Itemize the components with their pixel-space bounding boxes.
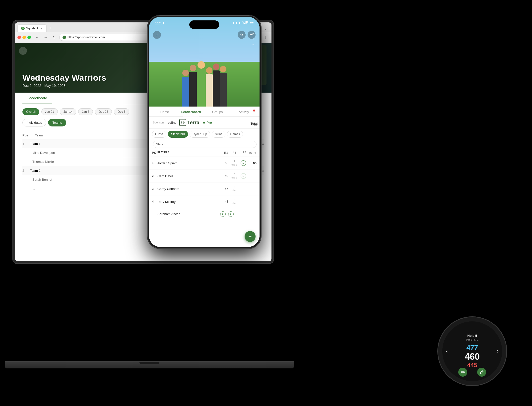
signal-icon: ▲▲▲ [232,21,241,24]
people-group [149,44,260,107]
play-icon[interactable]: ▶ [220,211,226,217]
row3-r2: 3thru [228,185,241,192]
row2-r3: ▶ [241,173,249,179]
browser-more-menu[interactable]: ⋮ [263,34,269,41]
battery-icon: ■■ [250,21,254,24]
phone-more-options[interactable] [250,30,257,48]
table-row[interactable]: 4 Rory McIlroy 48 2thru [149,195,260,208]
tl-green[interactable] [27,36,31,39]
watch-edit-button[interactable] [477,368,486,377]
tab-leaderboard[interactable]: Leaderboard [22,93,52,104]
col-tot: TOT ⇅ [249,151,257,155]
phone-back-button[interactable]: ‹ [153,31,161,39]
row3-name: Corey Conners [157,187,220,191]
status-time: 11:51 [155,21,164,25]
fab-add-button[interactable]: + [245,231,256,242]
watch-prev-hole-button[interactable]: ‹ [444,348,448,354]
person-silhouette [182,70,189,107]
smartwatch: ‹ › Hole 5 Par 5 | SI 2 477 460 445 [437,316,507,386]
phone-content-area: Home Leaderboard Groups Activity Sponsor… [149,107,260,247]
nav-activity[interactable]: Activity [231,107,257,116]
filter-dec23[interactable]: Dec 23 [95,108,112,115]
tab-close-btn[interactable]: × [39,27,43,30]
team1-pos: 1 [22,142,30,146]
row5-pos: - [152,212,157,216]
col-r2: R2 [228,151,241,155]
row4-r1: 48 [220,200,228,203]
team1-expand-icon[interactable]: ∧ [262,142,264,145]
browser-tab[interactable]: Squabbit × [17,24,47,32]
row5-r2: ▶ [228,211,241,217]
watch-next-hole-button[interactable]: › [497,348,500,354]
forward-nav-button[interactable]: → [42,34,49,41]
watch-measure-button[interactable] [458,368,467,377]
laptop-notch [139,362,159,364]
svg-point-0 [22,27,24,29]
traffic-lights [17,36,31,39]
team2-expand-icon[interactable]: ∧ [262,169,264,172]
sort-icon: ⇅ [254,152,257,154]
watch-bottom-icons [458,368,486,377]
row1-tot: 60 [249,161,257,165]
score-skins[interactable]: Skins [212,131,225,138]
score-stableford[interactable]: Stableford [168,131,188,138]
filter-jan21[interactable]: Jan 21 [41,108,58,115]
phone-table-header: PO PLAYERS R1 R2 R3 TOT ⇅ [149,149,260,157]
row1-r3: ▶ [241,160,249,166]
watch-par-si: Par 5 | SI 2 [465,339,480,341]
play-icon[interactable]: ▶ [228,211,234,217]
row3-pos: 3 [152,187,157,191]
pro-text: Pro [206,121,212,124]
filter-dec5[interactable]: Dec 5 [114,108,129,115]
filter-jan8[interactable]: Jan 8 [78,108,93,115]
play-icon[interactable]: ▶ [241,173,246,179]
back-nav-button[interactable]: ← [34,34,40,41]
col-pos: Pos [22,133,30,137]
nav-leaderboard[interactable]: Leaderboard [178,107,204,116]
nav-groups[interactable]: Groups [204,107,231,116]
sponsors-row: Sponsors boline Terra [149,116,260,129]
row2-r1: 50 [220,174,228,178]
table-row[interactable]: 3 Corey Conners 47 3thru [149,182,260,195]
watch-hole-label: Hole 5 [465,334,480,338]
play-icon[interactable]: ▶ [241,160,246,166]
back-arrow-icon: ‹ [156,33,158,37]
refresh-nav-button[interactable]: ↻ [51,34,57,41]
col-r3: R3 [241,151,249,155]
phone-body: 11:51 ▲▲▲ WiFi ■■ [147,15,262,249]
score-games[interactable]: Games [227,131,243,138]
table-row[interactable]: 1 Jordan Spieth 58 2thru 1 ▶ 60 [149,157,260,170]
table-row[interactable]: 2 Cam Davis 50 3thru 1 ▶ [149,170,260,183]
nav-home[interactable]: Home [151,107,178,116]
row1-name: Jordan Spieth [157,161,220,165]
person-silhouette [189,65,197,107]
stats-button[interactable]: Stats [153,141,257,148]
score-gross[interactable]: Gross [152,131,166,138]
row2-pos: 2 [152,174,157,178]
activity-notification-dot [253,110,255,112]
sponsor-pro: Pro [202,121,212,124]
settings-icon: ⚙ [240,33,243,37]
row4-pos: 4 [152,200,157,203]
site-back-button[interactable]: ← [19,47,27,55]
total-header-area: 1 Jordan Spieth 58 2thru 1 ▶ 60 2 [149,157,260,220]
filter-jan14[interactable]: Jan 14 [60,108,76,115]
row1-r2: 2thru 1 [228,160,241,167]
terra-text: Terra [187,120,200,125]
sponsor-boline: boline [167,121,176,124]
tl-red[interactable] [17,36,21,39]
type-individuals[interactable]: Individuals [22,119,46,126]
row4-r2: 2thru [228,198,241,205]
row3-r1: 47 [220,187,228,191]
type-teams[interactable]: Teams [48,119,66,126]
phone-settings-button[interactable]: ⚙ [238,31,246,39]
table-row[interactable]: - Abraham Ancer ▶ ▶ [149,208,260,220]
status-icons: ▲▲▲ WiFi ■■ [232,21,254,24]
browser-more-icon[interactable]: ⋮ [264,26,267,30]
tl-yellow[interactable] [22,36,26,39]
row1-r1: 58 [220,161,228,165]
score-ryder-cup[interactable]: Ryder Cup [190,131,210,138]
filter-overall[interactable]: Overall [22,108,39,115]
new-tab-button[interactable]: + [47,25,54,32]
score-type-row: Gross Stableford Ryder Cup Skins Games [149,129,260,140]
